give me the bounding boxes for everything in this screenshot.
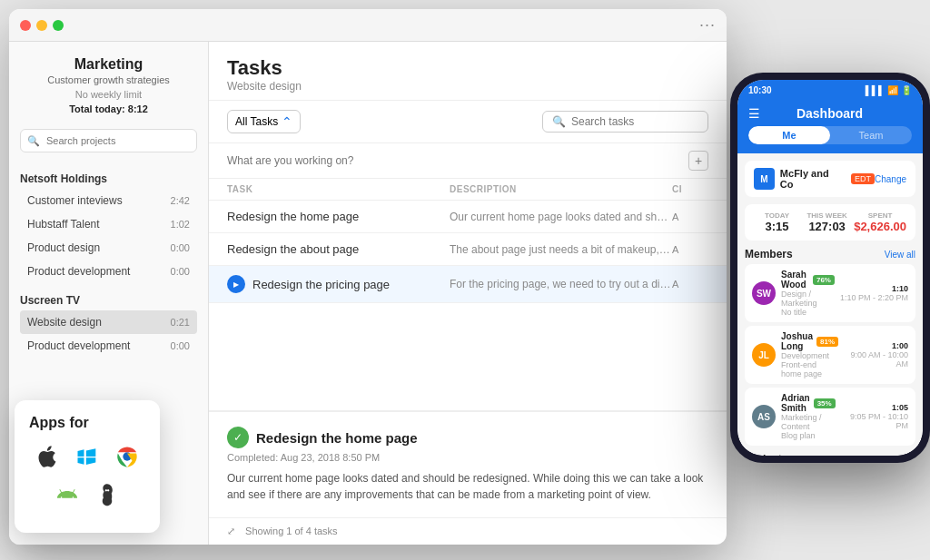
list-item[interactable]: AS Adrian Smith 35% Marketing / Content … <box>745 388 915 446</box>
table-row[interactable]: ▶ Redesign the pricing page For the pric… <box>209 266 727 303</box>
workspace-left: M McFly and Co EDT <box>754 168 875 190</box>
sidebar-subtitle: Customer growth strategies <box>24 74 193 85</box>
member-time: 1:10 1:10 PM - 2:20 PM <box>840 284 908 302</box>
task-desc: Our current home page looks dated and sh… <box>450 211 672 223</box>
member-note: Front-end home page <box>781 360 838 378</box>
stat-today-value: 3:15 <box>754 220 800 233</box>
maximize-button[interactable] <box>53 20 64 31</box>
task-footer: ⤢ Showing 1 of 4 tasks <box>209 517 727 545</box>
member-info: Sarah Wood 76% Design / Marketing No tit… <box>781 270 835 317</box>
stat-week-value: 127:03 <box>804 220 850 233</box>
section-title-uscreen: Uscreen TV <box>20 290 197 310</box>
chrome-icon[interactable] <box>113 442 142 471</box>
phone-toggle-team[interactable]: Team <box>830 126 912 144</box>
members-view-all[interactable]: View all <box>885 250 915 260</box>
what-working-input[interactable] <box>227 154 681 167</box>
projects-view-all[interactable]: View all <box>885 455 915 457</box>
col-header-task: TASK <box>227 184 450 194</box>
list-item[interactable]: JL Joshua Long 81% Development Front-end… <box>745 326 915 384</box>
detail-icon: ✓ <box>227 427 249 448</box>
projects-section-header: Projects View all <box>745 453 915 456</box>
phone-workspace[interactable]: M McFly and Co EDT Change <box>745 161 915 197</box>
members-title: Members <box>745 248 793 260</box>
apps-row-2 <box>29 480 145 509</box>
member-avatar: AS <box>752 405 776 428</box>
member-time: 1:05 9:05 PM - 10:10 PM <box>841 403 908 430</box>
table-row[interactable]: Redesign the home page Our current home … <box>209 201 727 233</box>
phone-screen: 10:30 ▌▌▌ 📶 🔋 ☰ Dashboard Me Team <box>737 80 923 456</box>
member-time-range: 1:10 PM - 2:20 PM <box>840 293 908 302</box>
search-icon: 🔍 <box>552 115 566 128</box>
detail-text: Our current home page looks dated and sh… <box>227 470 708 503</box>
search-icon: 🔍 <box>27 135 40 147</box>
list-item[interactable]: SW Sarah Wood 76% Design / Marketing No … <box>745 264 915 322</box>
stat-spent: SPENT $2,626.00 <box>854 211 906 233</box>
sidebar-item-product-design[interactable]: Product design 0:00 <box>20 236 197 260</box>
projects-title: Projects <box>745 453 787 456</box>
phone-me-team-toggle[interactable]: Me Team <box>748 126 912 144</box>
window-menu-icon[interactable]: ··· <box>699 15 716 34</box>
member-badge: 81% <box>816 337 838 347</box>
sidebar-item-product-development-netsoft[interactable]: Product development 0:00 <box>20 260 197 283</box>
member-badge: 35% <box>814 398 836 408</box>
member-note: Blog plan <box>781 431 836 440</box>
search-tasks-input[interactable] <box>571 115 698 128</box>
task-assign: A <box>672 211 708 222</box>
member-badge: 76% <box>813 275 835 285</box>
footer-task-count: Showing 1 of 4 tasks <box>245 526 338 536</box>
expand-icon[interactable]: ⤢ <box>227 526 235 536</box>
sidebar-item-product-development-uscreen[interactable]: Product development 0:00 <box>20 334 197 358</box>
table-row[interactable]: Redesign the about page The about page j… <box>209 233 727 266</box>
task-table-header: TASK DESCRIPTION CI <box>209 179 727 201</box>
stat-week-label: THIS WEEK <box>804 211 850 220</box>
filter-arrow-icon: ⌃ <box>282 114 292 129</box>
phone-body: M McFly and Co EDT Change TODAY 3:15 THI… <box>737 153 923 456</box>
workspace-avatar: M <box>754 168 775 190</box>
task-assign: A <box>672 244 708 255</box>
member-time-main: 1:05 <box>841 403 908 412</box>
member-avatar: SW <box>752 281 776 305</box>
member-role: Development <box>781 351 838 360</box>
mac-titlebar: ··· <box>9 9 727 42</box>
sidebar-section-uscreen: Uscreen TV Website design 0:21 Product d… <box>9 285 208 359</box>
close-button[interactable] <box>20 20 31 31</box>
hamburger-menu-icon[interactable]: ☰ <box>748 106 760 121</box>
task-assign: A <box>672 279 708 290</box>
sidebar-item-customer-interviews[interactable]: Customer inteviews 2:42 <box>20 189 197 212</box>
section-title-netsoft: Netsoft Holdings <box>20 169 197 189</box>
search-projects-input[interactable] <box>20 129 197 152</box>
task-search[interactable]: 🔍 <box>542 111 708 133</box>
filter-label: All Tasks <box>235 115 278 128</box>
sidebar-item-website-design[interactable]: Website design 0:21 <box>20 310 197 334</box>
member-role: Design / Marketing <box>781 290 835 308</box>
apple-icon[interactable] <box>33 442 62 471</box>
phone-toggle-me[interactable]: Me <box>748 126 830 144</box>
linux-icon[interactable] <box>93 480 122 509</box>
member-time-main: 1:00 <box>844 341 908 350</box>
sidebar-header: Marketing Customer growth strategies No … <box>9 56 208 129</box>
minimize-button[interactable] <box>36 20 47 31</box>
android-icon[interactable] <box>53 480 82 509</box>
page-title: Tasks <box>227 56 708 80</box>
member-time-main: 1:10 <box>840 284 908 293</box>
page-subtitle: Website design <box>227 80 708 93</box>
phone-time: 10:30 <box>748 85 772 95</box>
member-name: Joshua Long <box>781 331 813 351</box>
workspace-change-button[interactable]: Change <box>875 174 906 184</box>
windows-icon[interactable] <box>73 442 102 471</box>
apps-overlay: Apps for <box>15 400 160 533</box>
sidebar-search[interactable]: 🔍 <box>20 129 197 152</box>
member-info: Adrian Smith 35% Marketing / Content Blo… <box>781 393 836 440</box>
apps-overlay-title: Apps for <box>29 415 145 431</box>
apps-row-1 <box>29 442 145 471</box>
add-task-button[interactable]: + <box>688 151 708 171</box>
main-content: Tasks Website design All Tasks ⌃ 🔍 + <box>209 42 727 545</box>
task-name: ▶ Redesign the pricing page <box>227 275 450 293</box>
task-desc: For the pricing page, we need to try out… <box>450 278 672 290</box>
sidebar-item-hubstaff-talent[interactable]: Hubstaff Talent 1:02 <box>20 212 197 236</box>
task-play-button[interactable]: ▶ <box>227 275 245 293</box>
task-filter-dropdown[interactable]: All Tasks ⌃ <box>227 110 301 133</box>
stat-today: TODAY 3:15 <box>754 211 800 233</box>
what-working-bar[interactable]: + <box>209 143 727 179</box>
detail-title: Redesign the home page <box>256 430 418 446</box>
